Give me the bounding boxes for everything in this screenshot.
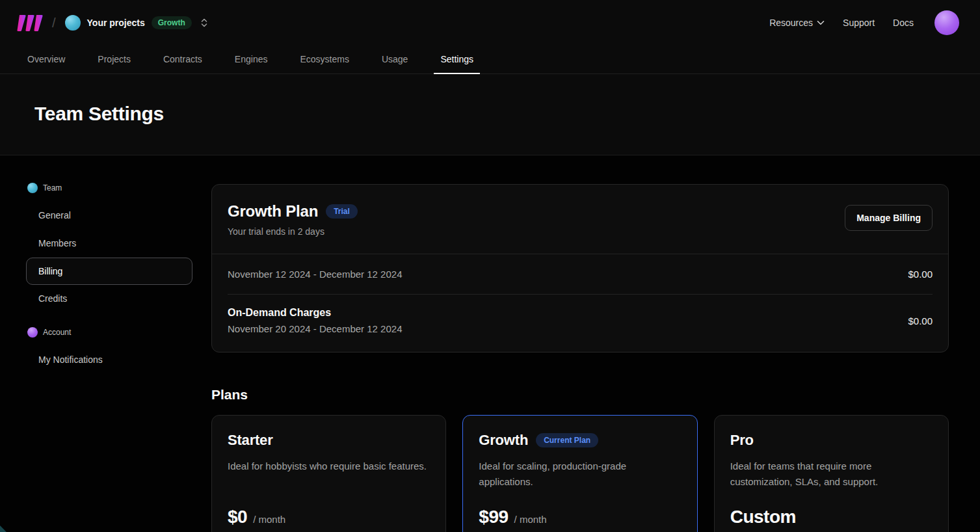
plan-starter-price: $0 xyxy=(228,507,247,527)
plan-starter-description: Ideal for hobbyists who require basic fe… xyxy=(228,459,430,491)
sidebar-group-account: Account My Notifications xyxy=(26,327,192,374)
billing-period-amount: $0.00 xyxy=(908,269,933,280)
team-name: Your projects xyxy=(87,18,145,28)
sidebar-header-account-label: Account xyxy=(43,328,71,337)
plan-starter-name: Starter xyxy=(228,432,273,449)
thirdweb-logo-icon[interactable] xyxy=(16,14,43,32)
resources-label: Resources xyxy=(769,18,813,28)
breadcrumb-separator: / xyxy=(52,16,56,31)
primary-tabbar: Overview Projects Contracts Engines Ecos… xyxy=(0,46,980,74)
docs-link[interactable]: Docs xyxy=(893,18,914,28)
tab-projects[interactable]: Projects xyxy=(96,46,132,73)
plans-heading: Plans xyxy=(211,387,949,403)
trial-badge: Trial xyxy=(326,204,358,219)
content-area: Team General Members Billing Credits Acc… xyxy=(0,155,980,532)
tab-overview[interactable]: Overview xyxy=(26,46,66,73)
settings-main: Growth Plan Trial Your trial ends in 2 d… xyxy=(192,155,949,532)
billing-summary-card: Growth Plan Trial Your trial ends in 2 d… xyxy=(211,184,949,352)
plan-growth-description: Ideal for scaling, production-grade appl… xyxy=(479,459,681,491)
tab-contracts[interactable]: Contracts xyxy=(162,46,204,73)
top-header: / Your projects Growth Resources Support… xyxy=(0,0,980,46)
team-avatar xyxy=(65,15,81,31)
plan-card-growth: Growth Current Plan Ideal for scaling, p… xyxy=(462,415,697,532)
plan-card-starter: Starter Ideal for hobbyists who require … xyxy=(211,415,446,532)
on-demand-amount: $0.00 xyxy=(908,315,933,326)
account-avatar-icon xyxy=(27,327,38,338)
sidebar-item-my-notifications[interactable]: My Notifications xyxy=(26,346,192,374)
on-demand-range: November 20 2024 - December 12 2024 xyxy=(228,323,403,334)
settings-sidebar: Team General Members Billing Credits Acc… xyxy=(26,155,192,532)
plan-growth-price: $99 xyxy=(479,507,508,527)
sidebar-header-team-label: Team xyxy=(43,183,62,193)
on-demand-row: On-Demand Charges November 20 2024 - Dec… xyxy=(212,295,948,352)
tab-ecosystems[interactable]: Ecosystems xyxy=(298,46,350,73)
support-link[interactable]: Support xyxy=(843,18,875,28)
sidebar-item-general[interactable]: General xyxy=(26,202,192,230)
sidebar-item-credits[interactable]: Credits xyxy=(26,285,192,313)
billing-period-range: November 12 2024 - December 12 2024 xyxy=(228,269,403,280)
plan-starter-price-suffix: / month xyxy=(253,514,285,525)
chevron-up-down-icon[interactable] xyxy=(200,18,209,28)
trial-ends-text: Your trial ends in 2 days xyxy=(228,226,358,237)
plan-pro-price: Custom xyxy=(730,507,796,527)
page-title-banner: Team Settings xyxy=(0,74,980,155)
plan-pro-name: Pro xyxy=(730,432,754,449)
sidebar-item-members[interactable]: Members xyxy=(26,230,192,258)
plan-growth-name: Growth xyxy=(479,432,528,449)
sidebar-header-team: Team xyxy=(26,183,192,202)
plan-pro-description: Ideal for teams that require more custom… xyxy=(730,459,933,491)
plan-card-pro: Pro Ideal for teams that require more cu… xyxy=(714,415,949,532)
tab-engines[interactable]: Engines xyxy=(233,46,269,73)
plan-growth-price-suffix: / month xyxy=(514,514,547,525)
current-plan-name: Growth Plan xyxy=(228,202,318,220)
sidebar-item-billing[interactable]: Billing xyxy=(26,258,192,286)
tab-settings[interactable]: Settings xyxy=(439,46,475,73)
resources-menu[interactable]: Resources xyxy=(769,18,825,28)
chevron-down-icon xyxy=(817,20,825,25)
page-title: Team Settings xyxy=(34,103,954,125)
on-demand-title: On-Demand Charges xyxy=(228,307,403,319)
tab-usage[interactable]: Usage xyxy=(380,46,409,73)
team-switcher[interactable]: Your projects Growth xyxy=(65,15,209,31)
billing-period-row: November 12 2024 - December 12 2024 $0.0… xyxy=(212,254,948,294)
plans-grid: Starter Ideal for hobbyists who require … xyxy=(211,415,949,532)
current-plan-badge: Current Plan xyxy=(536,433,598,447)
manage-billing-button[interactable]: Manage Billing xyxy=(845,205,933,231)
team-avatar-icon xyxy=(27,183,38,193)
user-avatar[interactable] xyxy=(934,10,959,35)
sidebar-header-account: Account xyxy=(26,327,192,346)
team-plan-badge: Growth xyxy=(152,16,192,29)
sidebar-group-team: Team General Members Billing Credits xyxy=(26,183,192,313)
